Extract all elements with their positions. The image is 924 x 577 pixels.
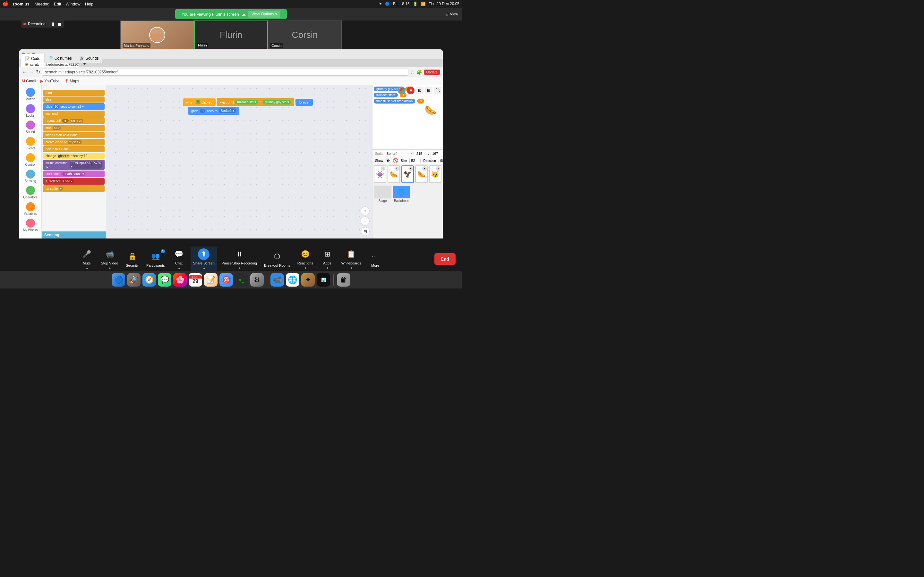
dock-trash[interactable]: 🗑: [337, 273, 351, 287]
dock-keynote[interactable]: 🎯: [220, 273, 233, 287]
view-button-right[interactable]: ⊞ View: [445, 12, 458, 16]
backdrops-thumb[interactable]: 🌐: [393, 185, 410, 198]
size-input[interactable]: [409, 158, 421, 163]
dock-terminal[interactable]: >_: [235, 273, 248, 287]
dock-chrome[interactable]: 🌐: [286, 273, 299, 287]
sprite-name-input[interactable]: [384, 151, 402, 156]
reactions-button[interactable]: 😊 Reactions ▲: [295, 247, 316, 271]
sprite-thumb-1[interactable]: 👾 ✕: [374, 165, 386, 183]
sprite-thumb-3[interactable]: 🦅 ✕: [401, 165, 414, 183]
apps-caret[interactable]: ▲: [326, 266, 329, 269]
scratch-scripts-area[interactable]: when 🚩 clicked wait until trollface stat…: [106, 85, 372, 239]
pause-icon[interactable]: ⏸: [51, 21, 55, 27]
url-bar[interactable]: scratch.mit.edu/projects/782103955/edito…: [42, 69, 409, 76]
category-events[interactable]: Events: [20, 135, 41, 151]
apple-logo[interactable]: 🍎: [3, 1, 9, 7]
apps-button[interactable]: ⊞ Apps ▲: [318, 247, 337, 271]
share-screen-caret[interactable]: ▲: [203, 266, 205, 269]
category-myblocks[interactable]: My Blocks: [20, 218, 41, 233]
menu-help[interactable]: Help: [85, 2, 94, 6]
end-button[interactable]: End: [435, 253, 456, 265]
participants-button[interactable]: 👥 3 Participants: [144, 249, 167, 269]
block-glide[interactable]: glide 10 secs to sprite2 ▾: [43, 103, 105, 110]
category-motion[interactable]: Motion: [20, 87, 41, 102]
bookmark-maps[interactable]: 📍 Maps: [64, 79, 79, 83]
bookmark-icon[interactable]: ☆: [410, 69, 415, 75]
bookmark-gmail[interactable]: M Gmail: [22, 79, 36, 83]
category-looks[interactable]: Looks: [20, 103, 41, 119]
sprite2-del[interactable]: ✕: [395, 166, 399, 171]
sprite5-del[interactable]: ✕: [436, 166, 441, 171]
stage-thumb[interactable]: [374, 185, 391, 198]
dock-system-prefs[interactable]: ⚙: [250, 273, 264, 287]
block-start-sound[interactable]: start sound death-sound ▾: [43, 171, 105, 177]
category-variables[interactable]: Variables: [20, 201, 41, 217]
fit-screen-button[interactable]: ⊟: [360, 227, 370, 236]
x-input[interactable]: [414, 151, 426, 156]
update-button[interactable]: Update: [424, 69, 440, 75]
block-switch-costume[interactable]: switch costume to FEVUbp4XsAEPw76 ▾: [43, 160, 105, 170]
bookmark-youtube[interactable]: ▶ YouTube: [40, 79, 59, 83]
menu-window[interactable]: Window: [65, 2, 80, 6]
stop-icon[interactable]: ⏹: [57, 21, 61, 27]
security-button[interactable]: 🔒 Security: [123, 249, 142, 269]
chat-button[interactable]: 💬 Chat ▲: [170, 247, 189, 271]
forward-button[interactable]: →: [29, 69, 34, 75]
show-eye-hidden[interactable]: 🚫: [393, 158, 398, 163]
dock-zoom[interactable]: 📹: [270, 273, 284, 287]
mute-caret[interactable]: ▲: [86, 266, 88, 269]
sprite4-del[interactable]: ✕: [422, 166, 427, 171]
participant-tile-flurin[interactable]: Flurin Flurin: [194, 21, 268, 49]
block-change-ghost[interactable]: change ghost ▾ effect by 10: [43, 153, 105, 159]
scratch-tab-code[interactable]: 📝 Code: [21, 54, 45, 63]
block-wait-until-2[interactable]: wait until trollface stats > grumpy guy …: [217, 98, 294, 106]
whiteboards-button[interactable]: 📋 Whiteboards ▲: [339, 247, 364, 271]
chat-caret[interactable]: ▲: [178, 266, 181, 269]
block-create-clone[interactable]: create clone of myself ▾: [43, 139, 105, 145]
participant-tile-marisa[interactable]: Marisa Paryasto: [120, 21, 194, 49]
menu-edit[interactable]: Edit: [54, 2, 61, 6]
more-button[interactable]: ··· More: [366, 249, 385, 269]
zoom-in-button[interactable]: +: [360, 206, 370, 215]
small-stage-button[interactable]: ⊡: [416, 87, 423, 94]
refresh-button[interactable]: ↻: [36, 69, 40, 75]
pause-recording-caret[interactable]: ▲: [238, 266, 241, 269]
dock-notch[interactable]: ✦: [301, 273, 315, 287]
share-screen-button[interactable]: ⬆ Share Screen ▲: [191, 247, 217, 271]
breakout-rooms-button[interactable]: ⬡ Breakout Rooms: [262, 249, 293, 269]
dock-finder[interactable]: 🔵: [111, 273, 125, 287]
scratch-tab-costumes[interactable]: 👕 Costumes: [45, 54, 76, 63]
category-control[interactable]: Control: [20, 152, 41, 168]
sprite3-del[interactable]: ✕: [409, 166, 413, 171]
sprite-thumb-4[interactable]: 🌭 ✕: [415, 165, 428, 183]
back-button[interactable]: ←: [22, 69, 27, 75]
block-forever-label[interactable]: forever: [296, 99, 313, 106]
category-sensing[interactable]: Sensing: [20, 168, 41, 184]
sprite1-del[interactable]: ✕: [381, 166, 385, 171]
dock-activity[interactable]: 📊: [317, 273, 330, 287]
block-repeat-until[interactable]: repeat until ◆ set tp 29: [43, 117, 105, 124]
red-stop-button[interactable]: ■: [407, 87, 415, 94]
dock-photos[interactable]: 🌸: [173, 273, 187, 287]
category-sound[interactable]: Sound: [20, 119, 41, 135]
stop-video-button[interactable]: 📹 Stop Video ▲: [98, 247, 121, 271]
block-when-flag[interactable]: when 🚩 clicked: [183, 98, 216, 106]
dock-safari[interactable]: 🧭: [142, 273, 156, 287]
zoom-out-button[interactable]: −: [360, 217, 370, 226]
y-input[interactable]: [431, 151, 443, 156]
large-stage-button[interactable]: ⊞: [425, 87, 433, 94]
mute-button[interactable]: 🎤 Mute ▲: [77, 247, 96, 271]
category-operators[interactable]: Operators: [20, 185, 41, 200]
scratch-tab-sounds[interactable]: 🔊 Sounds: [76, 54, 103, 63]
dock-messages[interactable]: 💬: [158, 273, 171, 287]
video-caret[interactable]: ▲: [108, 266, 111, 269]
block-delete-clone[interactable]: delete this clone: [43, 146, 105, 152]
whiteboards-caret[interactable]: ▲: [351, 266, 353, 269]
block-then[interactable]: then: [43, 90, 105, 96]
pause-recording-button[interactable]: ⏸ Pause/Stop Recording ▲: [219, 247, 260, 271]
block-if-trollface[interactable]: if trollface is ded ▾: [43, 178, 105, 185]
reactions-caret[interactable]: ▲: [304, 266, 307, 269]
block-stop-all[interactable]: stop all ▾: [43, 125, 105, 131]
show-eye-visible[interactable]: 👁: [386, 158, 390, 163]
fullscreen-button[interactable]: ⛶: [434, 87, 441, 94]
